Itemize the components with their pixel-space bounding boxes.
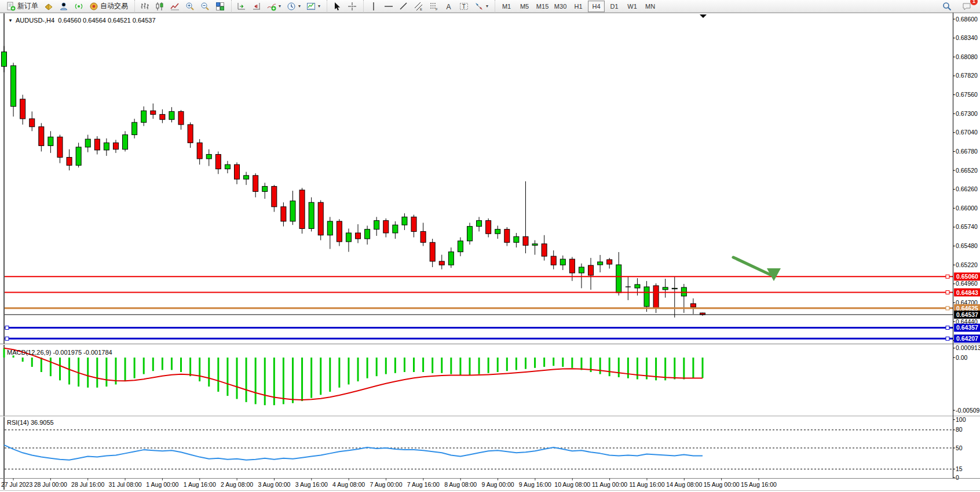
candlestick-chart-button[interactable] [152,0,167,13]
vertical-line-button[interactable] [366,0,381,13]
timeframe-m5[interactable]: M5 [516,1,533,12]
text-button[interactable]: A [441,0,456,13]
auto-scroll-button[interactable] [234,0,249,13]
crosshair-button[interactable] [345,0,360,13]
price-tick-label: 0.68340 [956,34,978,41]
timeframe-w1[interactable]: W1 [624,1,641,12]
time-tick-label: 28 Jul 00:00 [34,481,67,488]
svg-text:E: E [420,8,422,11]
candle-body [439,261,444,265]
zoom-out-button[interactable] [198,0,213,13]
price-line-label: 0.64207 [956,335,978,342]
line-handle[interactable] [946,326,949,329]
channel-button[interactable]: E [411,0,426,13]
candle-body [85,139,90,147]
notifications-button[interactable]: 1 [959,0,974,13]
candle-body [607,260,612,264]
line-chart-button[interactable] [167,0,182,13]
autotrading-button[interactable]: 自动交易 [86,0,131,13]
price-tick-label: 0.67560 [956,91,978,98]
templates-button[interactable]: ▾ [303,0,323,13]
candle-body [30,119,35,127]
line-handle[interactable] [946,307,949,310]
candle-body [504,229,510,243]
line-handle[interactable] [946,291,949,294]
timeframe-h4[interactable]: H4 [588,1,605,12]
accounts-button[interactable] [56,0,71,13]
candle-body [11,65,16,106]
time-tick-label: 15 Aug 00:00 [704,481,740,488]
candle-body [356,233,361,239]
cursor-button[interactable] [330,0,345,13]
indicators-button[interactable]: ▾ [264,0,284,13]
arrows-button[interactable]: ▾ [471,0,491,13]
price-chart-canvas[interactable]: 0.686000.683400.680800.678200.675600.673… [0,13,980,492]
candle-body [94,139,100,150]
line-handle[interactable] [5,337,9,340]
candle-body [551,256,556,265]
chart-profile-button[interactable] [41,0,56,13]
new-order-icon [6,2,16,11]
periods-button[interactable]: ▾ [284,0,303,13]
candle-body [532,244,537,246]
candlestick-icon [155,2,164,11]
timeframe-h1[interactable]: H1 [570,1,587,12]
chart-type-group [134,0,230,13]
candle-body [616,265,621,293]
candle-body [495,229,500,234]
bar-chart-button[interactable] [137,0,152,13]
candle-body [346,233,351,242]
line-handle[interactable] [5,326,9,329]
chart-tools-group: ▾▾▾ [231,0,326,13]
search-button[interactable] [939,0,955,13]
price-line-label: 0.64843 [956,289,978,296]
price-tick-label: 0.67040 [956,129,978,136]
tile-windows-button[interactable] [213,0,228,13]
timeframe-m1[interactable]: M1 [498,1,515,12]
zoom-in-button[interactable] [182,0,198,13]
price-line-label: 0.64357 [956,324,978,331]
time-tick-label: 7 Aug 00:00 [370,481,402,488]
text-label-button[interactable]: T [456,0,471,13]
objects-group: EFAT▾ [363,0,493,13]
candle-body [262,187,268,192]
signals-button[interactable] [71,0,86,13]
time-tick-label: 11 Aug 16:00 [629,481,664,488]
candle-body [374,221,379,229]
price-tick-label: 0.65740 [956,223,978,230]
timeframe-d1[interactable]: D1 [606,1,623,12]
timeframe-group: M1M5M15M30H1H4D1W1MN [495,0,661,13]
time-tick-label: 28 Jul 16:00 [71,481,104,488]
timeframe-mn[interactable]: MN [642,1,659,12]
template-icon [306,2,316,11]
rsi-tick-label: 50 [956,444,963,451]
candle-body [132,122,137,134]
candle-body [477,221,482,227]
time-tick-label: 8 Aug 08:00 [444,481,477,488]
chevron-down-icon: ▾ [318,3,320,9]
timeframe-m30[interactable]: M30 [552,1,569,12]
notification-badge: 1 [970,0,978,5]
candle-body [448,252,454,265]
new-order-button[interactable]: 新订单 [3,0,41,13]
chart-window[interactable]: 0.686000.683400.680800.678200.675600.673… [0,13,980,492]
line-handle[interactable] [946,275,949,278]
line-handle[interactable] [946,337,949,340]
candle-body [486,221,491,234]
chart-shift-button[interactable] [249,0,264,13]
candle-body [467,227,473,241]
price-tick-label: 0.67820 [956,72,978,79]
crosshair-icon [348,2,357,11]
trendline-button[interactable] [396,0,411,13]
horizontal-line-button[interactable] [381,0,396,13]
symbol-dropdown-icon[interactable]: ▼ [8,18,13,23]
candle-body [318,202,323,235]
chart-profile-icon [44,2,53,11]
candle-body [383,221,389,233]
candle-body [206,154,211,159]
price-tick-label: 0.66780 [956,148,978,155]
timeframe-m15[interactable]: M15 [534,1,551,12]
fibonacci-button[interactable]: F [426,0,441,13]
account-icon [59,2,68,11]
price-tick-label: 0.68600 [956,16,978,23]
